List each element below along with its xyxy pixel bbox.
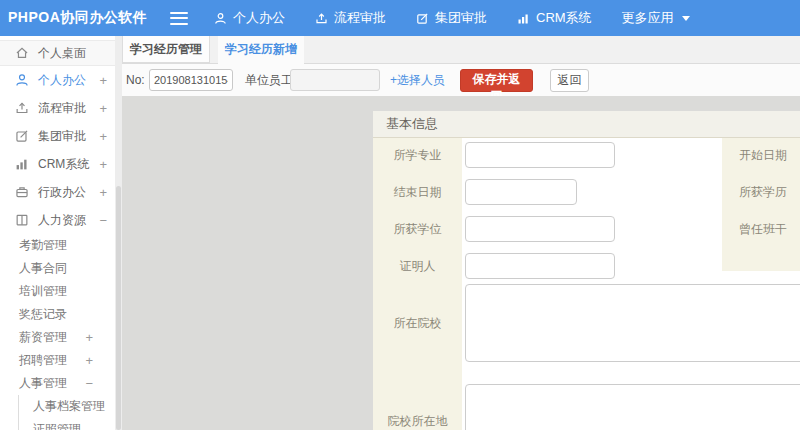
sidebar-item-admin-office[interactable]: 行政办公 + bbox=[0, 178, 115, 206]
edit-icon bbox=[416, 12, 429, 25]
sidebar-item-personnel-mgmt[interactable]: 人事管理 − bbox=[0, 372, 115, 395]
sidebar-item-label: 人事合同 bbox=[19, 260, 67, 277]
bar-chart-icon bbox=[517, 12, 530, 25]
certifier-input[interactable] bbox=[465, 253, 615, 279]
field-label-end-date: 结束日期 bbox=[373, 179, 462, 205]
tab-study-history-new[interactable]: 学习经历新增 bbox=[218, 36, 304, 64]
sidebar-item-label: 证照管理 bbox=[33, 421, 81, 430]
bar-chart-icon bbox=[15, 157, 29, 171]
chevron-down-icon bbox=[682, 16, 690, 21]
expand-icon[interactable]: + bbox=[99, 129, 107, 144]
field-label-class-cadre: 曾任班干 bbox=[722, 216, 800, 242]
nav-item-label: 个人办公 bbox=[233, 9, 285, 27]
sidebar-item-personal-office[interactable]: 个人办公 + bbox=[0, 66, 115, 94]
major-input[interactable] bbox=[465, 142, 615, 168]
sidebar-item-label: 人事管理 bbox=[19, 375, 67, 392]
tab-study-history-manage[interactable]: 学习经历管理 bbox=[122, 36, 210, 63]
employee-label: 单位员工: bbox=[245, 64, 296, 96]
sidebar-item-workflow-approval[interactable]: 流程审批 + bbox=[0, 94, 115, 122]
expand-icon[interactable]: + bbox=[99, 101, 107, 116]
home-icon bbox=[15, 46, 29, 60]
field-label-start-date: 开始日期 bbox=[722, 142, 800, 168]
sidebar-item-label: 人力资源 bbox=[38, 212, 86, 229]
collapse-icon[interactable]: − bbox=[85, 376, 93, 391]
degree-input[interactable] bbox=[465, 216, 615, 242]
user-icon bbox=[214, 12, 227, 25]
collapse-icon[interactable]: − bbox=[99, 213, 107, 228]
hamburger-menu-icon[interactable] bbox=[170, 12, 188, 25]
main-area: 学习经历管理 学习经历新增 No: 单位员工: +选择人员 保存并返回 返回 基… bbox=[122, 36, 800, 430]
nav-item-group-approval[interactable]: 集团审批 bbox=[416, 9, 487, 27]
sidebar-item-personal-desktop[interactable]: 个人桌面 bbox=[0, 40, 115, 66]
content-area: 基本信息 所学专业 结束日期 所获学位 证明人 所在院校 院校所在地 开始日期 bbox=[122, 96, 800, 430]
back-button[interactable]: 返回 bbox=[550, 69, 589, 92]
no-input[interactable] bbox=[149, 69, 233, 91]
sidebar-item-label: 个人办公 bbox=[38, 72, 86, 89]
sidebar-item-label: 招聘管理 bbox=[19, 352, 67, 369]
nav-item-label: CRM系统 bbox=[536, 9, 592, 27]
top-navbar: PHPOA协同办公软件 个人办公 流程审批 集团审批 CRM系统 更多应用 bbox=[0, 0, 800, 36]
sidebar-item-label: CRM系统 bbox=[38, 156, 89, 173]
nav-item-crm-system[interactable]: CRM系统 bbox=[517, 9, 592, 27]
form-toolbar: No: 单位员工: +选择人员 保存并返回 返回 bbox=[122, 64, 800, 97]
nav-item-label: 更多应用 bbox=[622, 9, 674, 27]
sidebar-item-label: 培训管理 bbox=[19, 283, 67, 300]
school-textarea[interactable] bbox=[465, 284, 800, 362]
employee-input[interactable] bbox=[290, 69, 380, 91]
sidebar-item-salary-mgmt[interactable]: 薪资管理 + bbox=[0, 326, 115, 349]
nav-item-personal-office[interactable]: 个人办公 bbox=[214, 9, 285, 27]
sidebar-item-personnel-archive[interactable]: 人事档案管理 bbox=[19, 395, 115, 418]
field-label-education: 所获学历 bbox=[722, 179, 800, 205]
sidebar-item-certificate-mgmt[interactable]: 证照管理 bbox=[19, 418, 115, 430]
nav-item-workflow-approval[interactable]: 流程审批 bbox=[315, 9, 386, 27]
sidebar-subgroup-personnel: 人事档案管理 证照管理 bbox=[18, 395, 115, 430]
sidebar-item-label: 流程审批 bbox=[38, 100, 86, 117]
section-title: 基本信息 bbox=[373, 111, 800, 138]
field-label-major: 所学专业 bbox=[373, 142, 462, 168]
sidebar-item-label: 人事档案管理 bbox=[33, 398, 105, 415]
sidebar-item-group-approval[interactable]: 集团审批 + bbox=[0, 122, 115, 150]
save-and-return-button[interactable]: 保存并返回 bbox=[460, 69, 533, 92]
end-date-input[interactable] bbox=[465, 179, 577, 205]
app-logo: PHPOA协同办公软件 bbox=[0, 9, 158, 27]
briefcase-icon bbox=[15, 185, 29, 199]
nav-item-label: 集团审批 bbox=[435, 9, 487, 27]
sidebar-item-human-resources[interactable]: 人力资源 − bbox=[0, 206, 115, 234]
sidebar-item-label: 考勤管理 bbox=[19, 237, 67, 254]
user-icon bbox=[15, 73, 29, 87]
sidebar-item-crm-system[interactable]: CRM系统 + bbox=[0, 150, 115, 178]
upload-icon bbox=[15, 101, 29, 115]
expand-icon[interactable]: + bbox=[99, 73, 107, 88]
sidebar-item-label: 行政办公 bbox=[38, 184, 86, 201]
expand-icon[interactable]: + bbox=[99, 185, 107, 200]
nav-item-label: 流程审批 bbox=[334, 9, 386, 27]
nav-item-more-apps[interactable]: 更多应用 bbox=[622, 9, 690, 27]
edit-icon bbox=[15, 129, 29, 143]
sidebar-scrollbar[interactable] bbox=[115, 36, 122, 430]
tab-bar: 学习经历管理 学习经历新增 bbox=[122, 36, 800, 64]
field-label-school-location: 院校所在地 bbox=[373, 384, 462, 430]
sidebar-item-reward-punishment[interactable]: 奖惩记录 bbox=[0, 303, 115, 326]
field-label-degree: 所获学位 bbox=[373, 216, 462, 242]
navbar-menu: 个人办公 流程审批 集团审批 CRM系统 更多应用 bbox=[214, 9, 720, 27]
select-personnel-link[interactable]: +选择人员 bbox=[390, 64, 445, 96]
sidebar-item-label: 个人桌面 bbox=[38, 45, 86, 62]
sidebar-item-label: 奖惩记录 bbox=[19, 306, 67, 323]
sidebar-item-label: 集团审批 bbox=[38, 128, 86, 145]
sidebar-item-hr-contract[interactable]: 人事合同 bbox=[0, 257, 115, 280]
no-label: No: bbox=[126, 64, 145, 96]
expand-icon[interactable]: + bbox=[85, 330, 93, 345]
field-label-school: 所在院校 bbox=[373, 284, 462, 362]
sidebar-item-attendance-mgmt[interactable]: 考勤管理 bbox=[0, 234, 115, 257]
expand-icon[interactable]: + bbox=[85, 353, 93, 368]
scrollbar-thumb[interactable] bbox=[116, 186, 121, 430]
expand-icon[interactable]: + bbox=[99, 157, 107, 172]
field-label-certifier: 证明人 bbox=[373, 253, 462, 279]
sidebar-item-training-mgmt[interactable]: 培训管理 bbox=[0, 280, 115, 303]
book-icon bbox=[15, 213, 29, 227]
basic-info-panel: 基本信息 所学专业 结束日期 所获学位 证明人 所在院校 院校所在地 开始日期 bbox=[373, 111, 800, 430]
sidebar-item-recruit-mgmt[interactable]: 招聘管理 + bbox=[0, 349, 115, 372]
upload-icon bbox=[315, 12, 328, 25]
sidebar-item-label: 薪资管理 bbox=[19, 329, 67, 346]
school-location-textarea[interactable] bbox=[465, 384, 800, 430]
